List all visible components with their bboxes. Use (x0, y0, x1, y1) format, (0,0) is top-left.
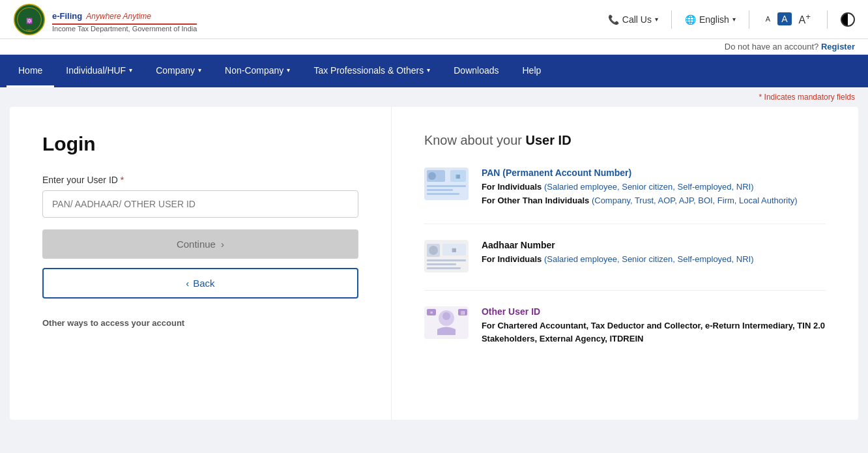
other-ways-label: Other ways to access your account (42, 318, 358, 328)
userid-input[interactable] (42, 190, 358, 218)
nav-company-label: Company (156, 65, 195, 76)
chevron-left-icon: ‹ (186, 278, 189, 289)
svg-text:▦: ▦ (456, 173, 461, 179)
nav-item-noncompany[interactable]: Non-Company ▾ (213, 55, 302, 87)
nav-individual-label: Individual/HUF (66, 65, 126, 76)
svg-text:🔯: 🔯 (26, 18, 33, 25)
chevron-down-icon: ▾ (655, 16, 658, 23)
phone-icon: 📞 (608, 14, 619, 25)
svg-rect-8 (427, 189, 453, 191)
account-bar: Do not have an account? Register (0, 39, 868, 55)
svg-point-22 (442, 312, 450, 320)
top-right-controls: 📞 Call Us ▾ 🌐 English ▾ A A A+ (608, 10, 855, 29)
mandatory-note: * Indicates mandatory fields (0, 87, 868, 107)
divider (749, 10, 749, 29)
chevron-down-icon: ▾ (129, 66, 132, 74)
other-userid-heading: Other User ID (482, 306, 826, 317)
top-bar: 🔯 INDIA e-Filing Anywhere Anytime Income… (0, 0, 868, 39)
svg-text:≡: ≡ (430, 310, 433, 315)
nav-help-label: Help (523, 65, 542, 76)
other-userid-description: For Chartered Accountant, Tax Deductor a… (482, 319, 826, 347)
aadhaar-info: Aadhaar Number For Individuals (Salaried… (482, 240, 754, 274)
nav-item-home[interactable]: Home (7, 55, 54, 87)
chevron-down-icon: ▾ (198, 66, 201, 74)
svg-text:▦: ▦ (452, 247, 457, 253)
emblem-icon: 🔯 INDIA (13, 3, 46, 36)
globe-icon: 🌐 (685, 14, 696, 25)
other-userid-info: Other User ID For Chartered Accountant, … (482, 306, 826, 347)
pan-userid-item: ▦ PAN (Permanent Account Number) For Ind… (424, 168, 826, 224)
contrast-toggle-button[interactable] (841, 12, 855, 27)
nav-taxpro-label: Tax Professionals & Others (313, 65, 424, 76)
nav-item-tax-professionals[interactable]: Tax Professionals & Others ▾ (302, 55, 442, 87)
svg-text:INDIA: INDIA (26, 29, 33, 32)
login-title: Login (42, 133, 358, 155)
language-selector[interactable]: 🌐 English ▾ (685, 14, 736, 25)
nav-item-downloads[interactable]: Downloads (442, 55, 510, 87)
svg-text:▤: ▤ (460, 310, 465, 315)
pan-heading: PAN (Permanent Account Number) (482, 168, 798, 178)
aadhaar-card-icon: ▦ (424, 240, 469, 274)
logo-subtitle: Income Tax Department, Government of Ind… (52, 25, 197, 33)
divider (671, 10, 672, 29)
logo-title: e-Filing Anywhere Anytime (52, 6, 197, 25)
nav-noncompany-label: Non-Company (225, 65, 283, 76)
know-userid-panel: Know about your User ID ▦ (392, 107, 858, 420)
pan-info: PAN (Permanent Account Number) For Indiv… (482, 168, 798, 208)
aadhaar-userid-item: ▦ Aadhaar Number For Individuals (Salari… (424, 240, 826, 291)
main-navigation: Home Individual/HUF ▾ Company ▾ Non-Comp… (0, 55, 868, 87)
continue-button[interactable]: Continue › (42, 229, 358, 259)
userid-field-label: Enter your User ID * (42, 175, 358, 185)
chevron-down-icon: ▾ (287, 66, 290, 74)
nav-home-label: Home (18, 65, 42, 76)
chevron-down-icon: ▾ (427, 66, 430, 74)
call-us-button[interactable]: 📞 Call Us ▾ (608, 14, 658, 25)
pan-for-individuals: For Individuals (Salaried employee, Seni… (482, 181, 798, 194)
other-userid-item: ≡ ▤ Other User ID For Chartered Accounta… (424, 306, 826, 362)
svg-rect-15 (427, 259, 466, 261)
nav-item-help[interactable]: Help (511, 55, 553, 87)
svg-rect-17 (427, 267, 461, 269)
know-userid-title: Know about your User ID (424, 133, 826, 148)
login-form-panel: Login Enter your User ID * Continue › ‹ … (10, 107, 392, 420)
nav-item-company[interactable]: Company ▾ (144, 55, 213, 87)
svg-rect-7 (427, 185, 466, 187)
nav-item-individual[interactable]: Individual/HUF ▾ (54, 55, 144, 87)
aadhaar-for-individuals: For Individuals (Salaried employee, Seni… (482, 253, 754, 267)
svg-point-14 (429, 246, 438, 255)
pan-for-others: For Other Than Individuals (Company, Tru… (482, 194, 798, 208)
required-indicator: * (121, 175, 124, 185)
login-card: Login Enter your User ID * Continue › ‹ … (10, 107, 858, 420)
font-small-button[interactable]: A (762, 14, 774, 24)
svg-rect-16 (427, 263, 456, 265)
font-size-controls: A A A+ (762, 10, 814, 27)
font-large-button[interactable]: A+ (796, 10, 814, 27)
nav-downloads-label: Downloads (454, 65, 499, 76)
divider (827, 10, 828, 29)
chevron-down-icon: ▾ (732, 16, 736, 23)
back-button[interactable]: ‹ Back (42, 268, 358, 299)
other-userid-icon: ≡ ▤ (424, 306, 469, 347)
pan-card-icon: ▦ (424, 168, 469, 208)
svg-point-6 (428, 172, 436, 180)
logo-area: 🔯 INDIA e-Filing Anywhere Anytime Income… (13, 3, 197, 36)
register-link[interactable]: Register (821, 42, 855, 51)
content-area: * Indicates mandatory fields Login Enter… (0, 87, 868, 420)
chevron-right-icon: › (221, 239, 224, 250)
svg-rect-9 (427, 193, 459, 195)
aadhaar-heading: Aadhaar Number (482, 240, 754, 250)
font-medium-button[interactable]: A (777, 12, 791, 25)
logo-text: e-Filing Anywhere Anytime Income Tax Dep… (52, 6, 197, 33)
